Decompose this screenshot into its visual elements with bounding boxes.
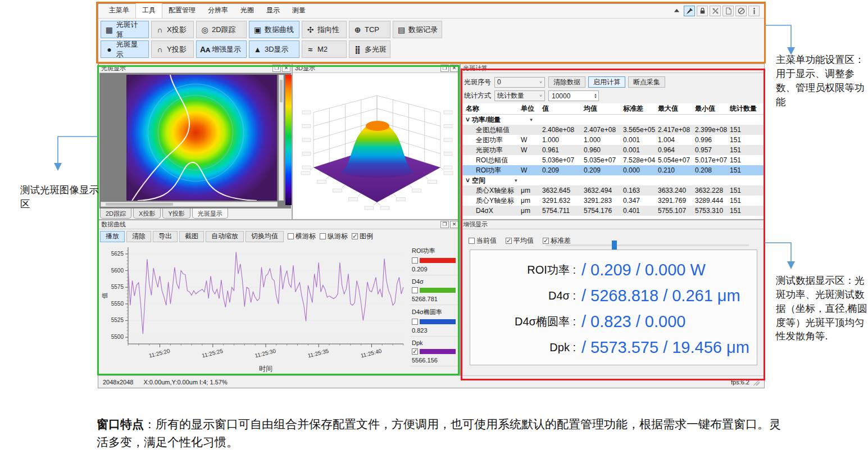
spinner-arrows-icon[interactable]: ▲▼ bbox=[594, 93, 597, 99]
cell-统计数量: 151 bbox=[729, 156, 761, 164]
toolbar-button-TCP[interactable]: ⊕TCP bbox=[349, 21, 390, 38]
curve-button-切换均值[interactable]: 切换均值 bbox=[246, 231, 284, 242]
checkbox-纵游标[interactable] bbox=[320, 233, 326, 239]
curve-button-播放[interactable]: 播放 bbox=[100, 231, 125, 242]
legend-checkbox-D4σ椭圆率[interactable] bbox=[412, 319, 418, 325]
slider-handle[interactable] bbox=[612, 241, 617, 250]
readout-row: D4σ :/ 5268.818 / 0.261 μm bbox=[470, 283, 757, 309]
table-row-质心Y轴坐标[interactable]: 质心Y轴坐标μm3291.6323291.2830.3473291.769328… bbox=[461, 196, 764, 206]
toolbar-button-M2[interactable]: ≈M2 bbox=[302, 40, 347, 58]
float-panel-icon[interactable]: ❐ bbox=[440, 65, 449, 72]
curve-button-导出[interactable]: 导出 bbox=[153, 231, 178, 242]
legend-color-bar bbox=[420, 288, 456, 293]
stat-mode-label: 统计方式 bbox=[464, 91, 491, 101]
toolbar-button-光斑显示[interactable]: ●光斑显示 bbox=[101, 40, 149, 58]
toolbar-button-指向性[interactable]: ✣指向性 bbox=[302, 21, 347, 38]
resize-grip[interactable] bbox=[753, 379, 760, 386]
group-dropdown-icon[interactable]: ▾ bbox=[530, 117, 533, 123]
column-header-最小值: 最小值 bbox=[694, 104, 729, 114]
calc-button-启用计算[interactable]: 启用计算 bbox=[588, 76, 625, 88]
table-group-row-空间[interactable]: ˅空间▾ bbox=[461, 175, 764, 185]
checkbox-图例[interactable] bbox=[352, 233, 358, 239]
legend-checkbox-Dpk[interactable] bbox=[412, 348, 418, 355]
table-row-全图功率[interactable]: 全图功率W1.0001.0000.0011.0040.996151 bbox=[461, 135, 764, 145]
curve-button-截图[interactable]: 截图 bbox=[179, 231, 204, 242]
menu-tab-配置管理[interactable]: 配置管理 bbox=[162, 3, 202, 18]
cell-统计数量: 151 bbox=[729, 187, 761, 194]
table-row-D4σX[interactable]: D4σXμm5754.7115754.1760.4015755.1075753.… bbox=[461, 206, 764, 216]
menu-tab-光圈[interactable]: 光圈 bbox=[234, 3, 260, 18]
toolbar-button-光斑计算[interactable]: ▦光斑计算 bbox=[101, 21, 149, 38]
toolbar-button-2D跟踪[interactable]: ◎2D跟踪 bbox=[196, 21, 247, 38]
vertical-scrollbar[interactable] bbox=[279, 75, 284, 201]
curve-button-自动缩放[interactable]: 自动缩放 bbox=[206, 231, 244, 242]
menu-tab-主菜单[interactable]: 主菜单 bbox=[103, 3, 135, 18]
beam-seq-select[interactable]: 0 ˅ bbox=[494, 77, 545, 88]
float-panel-icon[interactable]: ❐ bbox=[440, 221, 449, 228]
toolbar-button-数据记录[interactable]: ▤数据记录 bbox=[393, 21, 442, 38]
table-row-ROI功率[interactable]: ROI功率W0.2090.2090.0000.2100.208151 bbox=[461, 165, 764, 175]
legend-checkbox-D4σ[interactable] bbox=[412, 287, 418, 293]
calc-button-断点采集[interactable]: 断点采集 bbox=[628, 76, 665, 88]
curve-button-清除[interactable]: 清除 bbox=[126, 231, 151, 242]
surface-3d-plot[interactable] bbox=[293, 73, 459, 219]
calc-button-清除数据[interactable]: 清除数据 bbox=[548, 76, 585, 88]
checkbox-当前值[interactable] bbox=[469, 238, 475, 244]
table-row-全图总幅值[interactable]: 全图总幅值2.408e+082.407e+083.565e+052.417e+0… bbox=[461, 125, 764, 135]
legend-checkbox-ROI功率[interactable] bbox=[412, 257, 418, 264]
menu-tab-测量[interactable]: 测量 bbox=[286, 3, 312, 18]
stat-count-spinner[interactable]: 10000 ▲▼ bbox=[548, 90, 599, 101]
curve-checkbox-纵游标[interactable]: 纵游标 bbox=[320, 232, 348, 241]
toolbar-button-多光斑[interactable]: ⣿多光斑 bbox=[349, 40, 390, 58]
cut-icon[interactable] bbox=[710, 6, 721, 16]
font-size-slider[interactable] bbox=[546, 241, 749, 250]
table-row-质心X轴坐标[interactable]: 质心X轴坐标μm3632.6453632.4940.1633633.240363… bbox=[461, 185, 764, 196]
annotation-top-right: 主菜单功能设置区：用于显示、调整参数、管理员权限等功能 bbox=[776, 53, 866, 108]
collapse-up-icon[interactable] bbox=[671, 6, 682, 16]
table-group-row-功率/能量[interactable]: ˅功率/能量▾ bbox=[461, 115, 764, 125]
beam-tab-光斑显示[interactable]: 光斑显示 bbox=[192, 208, 228, 219]
toolbar-button-数据曲线[interactable]: ▣数据曲线 bbox=[249, 21, 299, 38]
horizontal-scrollbar[interactable] bbox=[101, 202, 278, 207]
document-icon[interactable] bbox=[722, 6, 734, 16]
lock-icon[interactable] bbox=[697, 6, 708, 16]
checkbox-横游标[interactable] bbox=[288, 233, 294, 239]
toolbar-button-3D显示[interactable]: ▲3D显示 bbox=[249, 40, 299, 58]
close-panel-icon[interactable]: ✕ bbox=[282, 65, 290, 72]
cell-最大值: 1.004 bbox=[657, 136, 694, 144]
beam-tab-2D跟踪[interactable]: 2D跟踪 bbox=[100, 208, 131, 219]
cell-名称: 质心Y轴坐标 bbox=[461, 196, 520, 206]
status-fps: fps:6.2 bbox=[731, 379, 749, 386]
trend-line-chart[interactable]: 55005525555055755600562511:25:2011:25:25… bbox=[100, 243, 409, 375]
float-panel-icon[interactable]: ❐ bbox=[272, 65, 281, 72]
cell-均值: 3291.283 bbox=[583, 197, 622, 205]
close-panel-icon[interactable]: ✕ bbox=[450, 221, 458, 228]
beam-tab-Y投影[interactable]: Y投影 bbox=[162, 208, 190, 219]
toolbar-button-Y投影[interactable]: ∩Y投影 bbox=[151, 40, 194, 58]
checkbox-平均值[interactable] bbox=[506, 238, 512, 244]
menu-tab-工具[interactable]: 工具 bbox=[135, 3, 162, 18]
legend-item-Dpk: Dpk5566.156 bbox=[410, 337, 458, 366]
stat-mode-select[interactable]: 统计数量 ˅ bbox=[494, 90, 545, 101]
menu-tab-分辨率[interactable]: 分辨率 bbox=[202, 3, 234, 18]
curve-checkbox-横游标[interactable]: 横游标 bbox=[288, 232, 316, 241]
pin-icon[interactable] bbox=[684, 6, 695, 16]
toolbar-button-增强显示[interactable]: Aᴀ增强显示 bbox=[196, 40, 247, 58]
table-row-ROI总幅值[interactable]: ROI总幅值5.036e+075.035e+077.528e+045.054e+… bbox=[461, 155, 764, 165]
enhanced-checkbox-当前值[interactable]: 当前值 bbox=[469, 236, 497, 246]
globe-label: TCP bbox=[365, 25, 379, 34]
enhanced-checkbox-平均值[interactable]: 平均值 bbox=[506, 236, 534, 246]
help-icon[interactable] bbox=[735, 6, 747, 16]
close-panel-icon[interactable]: ✕ bbox=[450, 65, 458, 72]
cell-标准差: 0.000 bbox=[622, 166, 657, 174]
toolbar-button-X投影[interactable]: ∩X投影 bbox=[151, 21, 194, 38]
curve-checkbox-图例[interactable]: 图例 bbox=[352, 232, 373, 241]
beam-2d-image[interactable] bbox=[126, 75, 277, 201]
beam-tab-X投影[interactable]: X投影 bbox=[133, 208, 161, 219]
legend-color-bar bbox=[420, 319, 456, 324]
info-icon[interactable] bbox=[748, 6, 760, 16]
group-dropdown-icon[interactable]: ▾ bbox=[515, 178, 517, 183]
legend-color-bar bbox=[420, 349, 456, 354]
menu-tab-显示[interactable]: 显示 bbox=[260, 3, 286, 18]
table-row-光斑功率[interactable]: 光斑功率W0.9610.9600.0010.9640.957151 bbox=[461, 145, 764, 155]
